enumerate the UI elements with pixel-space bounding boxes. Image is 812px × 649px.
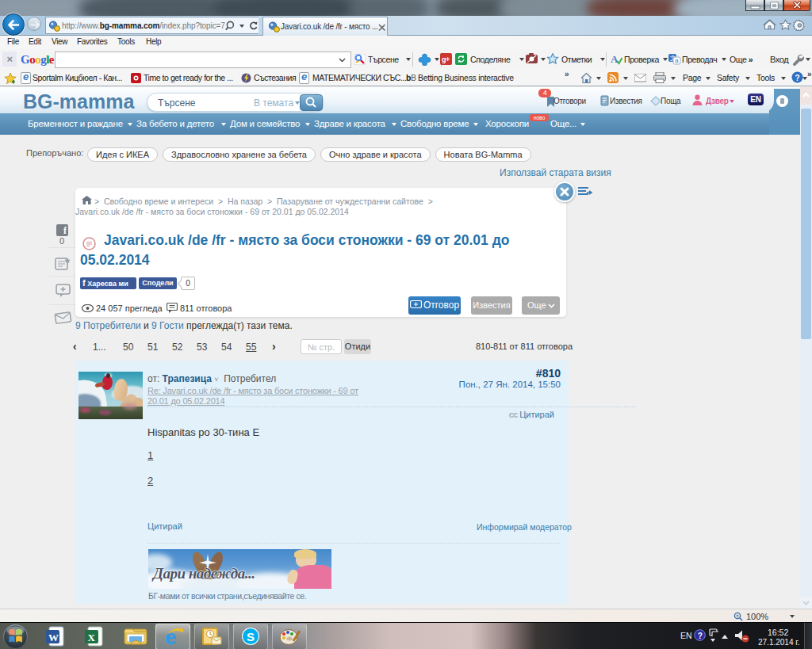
svg-text:?: ?	[698, 632, 703, 640]
svg-text:S: S	[247, 630, 255, 643]
svg-text:X: X	[88, 632, 96, 643]
svg-text:?: ?	[795, 74, 800, 82]
svg-text:W: W	[48, 632, 59, 643]
svg-text:g+: g+	[442, 55, 450, 63]
svg-text:A: A	[611, 53, 619, 65]
